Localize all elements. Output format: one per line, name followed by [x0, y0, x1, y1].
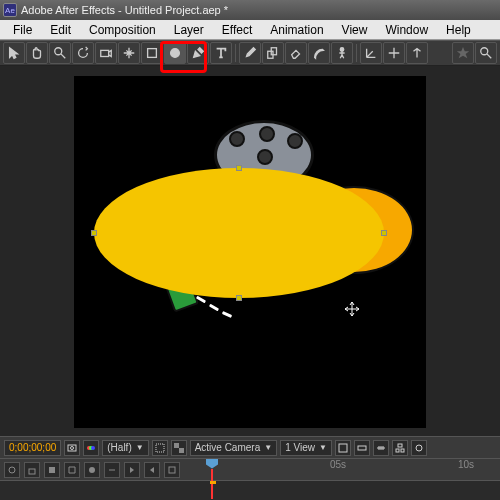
svg-rect-17 [358, 446, 366, 450]
app-icon: Ae [3, 3, 17, 17]
playhead[interactable] [206, 459, 218, 499]
svg-rect-20 [401, 449, 404, 452]
mask-handle-bottom[interactable] [236, 295, 242, 301]
world-axis-tool[interactable] [383, 42, 405, 64]
svg-rect-16 [339, 444, 347, 452]
mask-rect-tool[interactable] [141, 42, 163, 64]
svg-rect-13 [156, 444, 164, 452]
timeline-render-icon[interactable] [164, 462, 180, 478]
roi-icon[interactable] [152, 440, 168, 456]
svg-rect-18 [398, 444, 402, 447]
ruler-tick: 10s [458, 459, 474, 470]
snapshot-icon[interactable] [64, 440, 80, 456]
menu-file[interactable]: File [4, 21, 41, 39]
svg-rect-1 [101, 50, 109, 56]
composition-panel: ons [0, 66, 500, 436]
timeline-lock-icon[interactable] [24, 462, 40, 478]
menu-help[interactable]: Help [437, 21, 480, 39]
svg-point-3 [171, 49, 180, 58]
svg-rect-24 [49, 467, 55, 473]
view-axis-tool[interactable] [406, 42, 428, 64]
camera-tool[interactable] [95, 42, 117, 64]
svg-rect-8 [68, 445, 76, 451]
svg-rect-26 [169, 467, 175, 473]
svg-point-6 [340, 48, 344, 52]
chevron-down-icon: ▼ [136, 443, 144, 452]
timeline-shy-icon[interactable] [4, 462, 20, 478]
svg-point-7 [481, 48, 488, 55]
timeline-header: 05s 10s [0, 459, 500, 481]
mask-handle-top[interactable] [236, 165, 242, 171]
menu-bar: File Edit Composition Layer Effect Anima… [0, 20, 500, 40]
menu-edit[interactable]: Edit [41, 21, 80, 39]
menu-composition[interactable]: Composition [80, 21, 165, 39]
pixel-aspect-icon[interactable] [335, 440, 351, 456]
timeline-label-icon[interactable] [44, 462, 60, 478]
menu-window[interactable]: Window [376, 21, 437, 39]
time-ruler[interactable]: 05s 10s [200, 459, 500, 481]
toolbar [0, 40, 500, 66]
type-tool[interactable] [210, 42, 232, 64]
ellipse-mask-shape[interactable] [94, 168, 384, 298]
timecode-display[interactable]: 0;00;00;00 [4, 440, 61, 456]
mask-handle-right[interactable] [381, 230, 387, 236]
ruler-tick: 05s [330, 459, 346, 470]
view-count-dropdown[interactable]: 1 View▼ [280, 440, 332, 456]
svg-rect-23 [29, 469, 35, 474]
timeline-icon[interactable] [373, 440, 389, 456]
menu-effect[interactable]: Effect [213, 21, 261, 39]
svg-point-12 [91, 446, 95, 450]
svg-rect-14 [174, 443, 179, 448]
snap-icon[interactable] [452, 42, 474, 64]
search-icon[interactable] [475, 42, 497, 64]
viewer-status-bar: 0;00;00;00 (Half)▼ Active Camera▼ 1 View… [0, 436, 500, 458]
comp-flowchart-icon[interactable] [392, 440, 408, 456]
menu-layer[interactable]: Layer [165, 21, 213, 39]
view-mode-dropdown[interactable]: Active Camera▼ [190, 440, 278, 456]
transparency-grid-icon[interactable] [171, 440, 187, 456]
timeline-modes-icon[interactable] [84, 462, 100, 478]
clone-tool[interactable] [262, 42, 284, 64]
svg-rect-2 [148, 49, 157, 58]
svg-point-0 [55, 48, 62, 55]
toolbar-divider-2 [356, 44, 357, 62]
channel-icon[interactable] [83, 440, 99, 456]
chevron-down-icon: ▼ [264, 443, 272, 452]
svg-point-25 [89, 467, 95, 473]
timeline-out-icon[interactable] [144, 462, 160, 478]
svg-point-22 [9, 467, 15, 473]
rotation-tool[interactable] [72, 42, 94, 64]
brush-tool[interactable] [239, 42, 261, 64]
puppet-tool[interactable] [331, 42, 353, 64]
fast-preview-icon[interactable] [354, 440, 370, 456]
toolbar-divider [235, 44, 236, 62]
zoom-tool[interactable] [49, 42, 71, 64]
work-area-start[interactable] [210, 481, 216, 484]
window-title: Adobe After Effects - Untitled Project.a… [21, 4, 228, 16]
svg-rect-15 [179, 448, 184, 453]
eraser-tool[interactable] [285, 42, 307, 64]
roto-tool[interactable] [308, 42, 330, 64]
pen-tool[interactable] [187, 42, 209, 64]
timeline-panel: 05s 10s [0, 458, 500, 500]
exposure-reset-icon[interactable] [411, 440, 427, 456]
selection-tool[interactable] [3, 42, 25, 64]
menu-view[interactable]: View [333, 21, 377, 39]
svg-rect-19 [396, 449, 399, 452]
svg-point-9 [71, 446, 74, 449]
local-axis-tool[interactable] [360, 42, 382, 64]
cursor-indicator [344, 301, 360, 320]
composition-canvas[interactable]: ons [74, 76, 426, 428]
mask-handle-left[interactable] [91, 230, 97, 236]
resolution-dropdown[interactable]: (Half)▼ [102, 440, 148, 456]
chevron-down-icon: ▼ [319, 443, 327, 452]
timeline-in-icon[interactable] [124, 462, 140, 478]
pan-behind-tool[interactable] [118, 42, 140, 64]
menu-animation[interactable]: Animation [261, 21, 332, 39]
hand-tool[interactable] [26, 42, 48, 64]
mask-ellipse-tool[interactable] [164, 42, 186, 64]
timeline-parent-icon[interactable] [104, 462, 120, 478]
title-bar: Ae Adobe After Effects - Untitled Projec… [0, 0, 500, 20]
timeline-switches-icon[interactable] [64, 462, 80, 478]
svg-point-21 [416, 445, 422, 451]
